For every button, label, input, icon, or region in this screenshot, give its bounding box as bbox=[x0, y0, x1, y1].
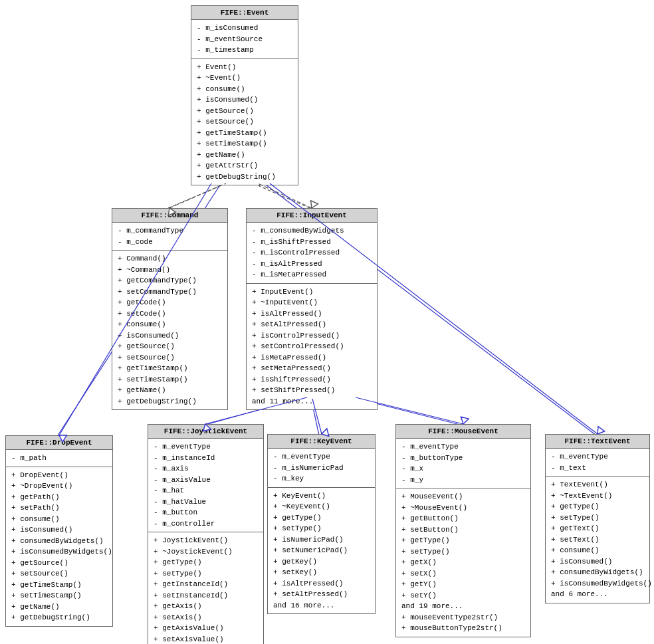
joystickevent-methods: + JoystickEvent() + ~JoystickEvent() + g… bbox=[148, 532, 263, 644]
svg-line-17 bbox=[258, 183, 312, 208]
command-box: FIFE::Command - m_commandType - m_code +… bbox=[112, 208, 228, 410]
joystickevent-title: FIFE::JoystickEvent bbox=[148, 425, 263, 439]
keyevent-methods: + KeyEvent() + ~KeyEvent() + getType() +… bbox=[268, 488, 375, 614]
inputevent-fields: - m_consumedByWidgets - m_isShiftPressed… bbox=[247, 223, 377, 284]
event-title: FIFE::Event bbox=[191, 6, 298, 20]
textevent-fields: - m_eventType - m_text bbox=[546, 449, 649, 477]
keyevent-title: FIFE::KeyEvent bbox=[268, 435, 375, 449]
svg-line-0 bbox=[168, 186, 219, 208]
joystickevent-fields: - m_eventType - m_instanceId - m_axis - … bbox=[148, 439, 263, 532]
svg-line-16 bbox=[169, 183, 226, 208]
inputevent-methods: + InputEvent() + ~InputEvent() + isAltPr… bbox=[247, 284, 377, 410]
diagram-container: FIFE::Event - m_isConsumed - m_eventSour… bbox=[0, 0, 654, 644]
command-title: FIFE::Command bbox=[112, 209, 227, 223]
textevent-methods: + TextEvent() + ~TextEvent() + getType()… bbox=[546, 477, 649, 603]
dropevent-box: FIFE::DropEvent - m_path + DropEvent() +… bbox=[5, 435, 113, 627]
mouseevent-methods: + MouseEvent() + ~MouseEvent() + getButt… bbox=[396, 488, 530, 637]
svg-line-2 bbox=[259, 186, 310, 208]
keyevent-fields: - m_eventType - m_isNumericPad - m_key bbox=[268, 449, 375, 488]
command-methods: + Command() + ~Command() + getCommandTyp… bbox=[112, 251, 227, 409]
inputevent-box: FIFE::InputEvent - m_consumedByWidgets -… bbox=[246, 208, 378, 410]
dropevent-fields: - m_path bbox=[6, 450, 112, 467]
mouseevent-title: FIFE::MouseEvent bbox=[396, 425, 530, 439]
inputevent-title: FIFE::InputEvent bbox=[247, 209, 377, 223]
keyevent-box: FIFE::KeyEvent - m_eventType - m_isNumer… bbox=[267, 434, 376, 614]
textevent-title: FIFE::TextEvent bbox=[546, 435, 649, 449]
event-fields: - m_isConsumed - m_eventSource - m_times… bbox=[191, 20, 298, 59]
command-fields: - m_commandType - m_code bbox=[112, 223, 227, 251]
mouseevent-fields: - m_eventType - m_buttonType - m_x - m_y bbox=[396, 439, 530, 488]
mouseevent-box: FIFE::MouseEvent - m_eventType - m_butto… bbox=[395, 424, 531, 637]
dropevent-methods: + DropEvent() + ~DropEvent() + getPath()… bbox=[6, 467, 112, 626]
joystickevent-box: FIFE::JoystickEvent - m_eventType - m_in… bbox=[148, 424, 264, 644]
textevent-box: FIFE::TextEvent - m_eventType - m_text +… bbox=[545, 434, 650, 603]
event-methods: + Event() + ~Event() + consume() + isCon… bbox=[191, 59, 298, 185]
dropevent-title: FIFE::DropEvent bbox=[6, 436, 112, 450]
event-box: FIFE::Event - m_isConsumed - m_eventSour… bbox=[191, 5, 298, 185]
